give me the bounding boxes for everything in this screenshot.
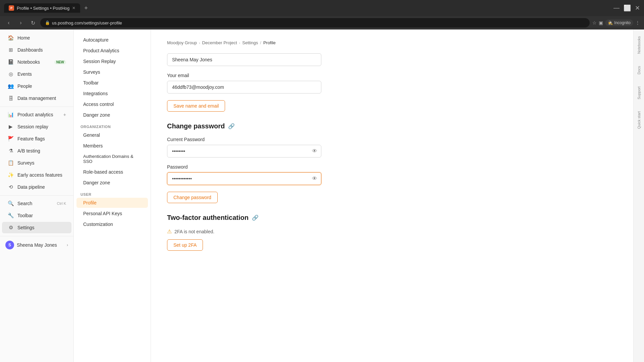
sidebar-label-search: Search xyxy=(17,201,54,206)
sidebar-item-search[interactable]: 🔍 Search Ctrl K xyxy=(2,198,71,209)
sidebar-item-people[interactable]: 👥 People xyxy=(2,80,71,92)
search-shortcut: Ctrl K xyxy=(57,201,66,205)
settings-nav-members[interactable]: Members xyxy=(76,141,148,151)
right-panel-docs[interactable]: Docs xyxy=(637,63,641,77)
setup-2fa-button[interactable]: Set up 2FA xyxy=(167,239,203,251)
sidebar-label-early-access: Early access features xyxy=(17,172,66,178)
address-text: us.posthog.com/settings/user-profile xyxy=(52,20,122,25)
sidebar-label-home: Home xyxy=(17,35,66,41)
right-panel-notebooks[interactable]: Notebooks xyxy=(637,34,641,57)
current-password-input[interactable] xyxy=(167,145,321,158)
address-input[interactable]: 🔒 us.posthog.com/settings/user-profile xyxy=(40,18,590,27)
settings-nav-customization[interactable]: Customization xyxy=(76,219,148,229)
sidebar-item-early-access[interactable]: ✨ Early access features xyxy=(2,169,71,181)
sidebar-item-toolbar[interactable]: 🔧 Toolbar xyxy=(2,210,71,221)
refresh-btn[interactable]: ↻ xyxy=(28,18,38,27)
email-label: Your email xyxy=(167,73,617,78)
right-panel-quickstart[interactable]: Quick start xyxy=(637,109,641,132)
settings-nav-autocapture[interactable]: Autocapture xyxy=(76,35,148,45)
settings-nav-general[interactable]: General xyxy=(76,130,148,140)
tfa-warning-text: 2FA is not enabled. xyxy=(174,229,214,234)
two-factor-link-icon[interactable]: 🔗 xyxy=(252,215,259,221)
sidebar-label-events: Events xyxy=(17,71,66,77)
settings-nav-danger-project[interactable]: Danger zone xyxy=(76,110,148,120)
settings-nav-auth-domains[interactable]: Authentication Domains & SSO xyxy=(76,152,148,166)
right-panel-support[interactable]: Support xyxy=(637,84,641,102)
breadcrumb-profile: Profile xyxy=(263,40,276,45)
settings-icon: ⚙ xyxy=(7,224,14,231)
email-input[interactable] xyxy=(167,81,321,94)
save-name-email-button[interactable]: Save name and email xyxy=(167,100,225,112)
sidebar-item-session-replay[interactable]: ▶ Session replay xyxy=(2,121,71,132)
settings-nav-surveys[interactable]: Surveys xyxy=(76,67,148,77)
sidebar-item-ab-testing[interactable]: ⚗ A/B testing xyxy=(2,145,71,157)
sidebar-label-data-pipeline: Data pipeline xyxy=(17,184,66,190)
user-name: Sheena May Jones xyxy=(17,242,57,248)
menu-icon[interactable]: ⋮ xyxy=(635,20,640,25)
breadcrumb: Moodjoy Group › December Project › Setti… xyxy=(167,40,617,45)
browser-tab[interactable]: P Profile • Settings • PostHog ✕ xyxy=(4,3,80,13)
breadcrumb-moodjoy[interactable]: Moodjoy Group xyxy=(167,40,197,45)
sidebar-item-settings[interactable]: ⚙ Settings xyxy=(2,222,71,233)
minimize-btn[interactable]: — xyxy=(613,4,620,12)
sidebar-item-feature-flags[interactable]: 🚩 Feature flags xyxy=(2,133,71,144)
forward-btn[interactable]: › xyxy=(16,18,25,27)
sidebar-item-surveys[interactable]: 📋 Surveys xyxy=(2,157,71,169)
close-window-btn[interactable]: ✕ xyxy=(635,4,640,12)
save-btn-container: Save name and email xyxy=(167,100,617,112)
new-password-input[interactable] xyxy=(167,172,321,185)
sidebar: 🏠 Home ⊞ Dashboards 📓 Notebooks NEW ◎ Ev… xyxy=(0,29,74,362)
data-management-icon: 🗄 xyxy=(7,95,14,102)
sidebar-item-dashboards[interactable]: ⊞ Dashboards xyxy=(2,44,71,56)
settings-nav-personal-api-keys[interactable]: Personal API Keys xyxy=(76,208,148,219)
sidebar-item-product-analytics[interactable]: 📊 Product analytics + xyxy=(2,109,71,120)
sidebar-user[interactable]: S Sheena May Jones › xyxy=(0,238,73,252)
sidebar-label-surveys: Surveys xyxy=(17,160,66,166)
early-access-icon: ✨ xyxy=(7,172,14,178)
tab-close-btn[interactable]: ✕ xyxy=(72,6,75,10)
new-password-eye-icon[interactable]: 👁 xyxy=(312,176,317,182)
settings-nav: Autocapture Product Analytics Session Re… xyxy=(74,29,151,362)
app-body: 🏠 Home ⊞ Dashboards 📓 Notebooks NEW ◎ Ev… xyxy=(0,29,644,362)
breadcrumb-december[interactable]: December Project xyxy=(202,40,237,45)
sidebar-label-people: People xyxy=(17,83,66,89)
current-password-eye-icon[interactable]: 👁 xyxy=(312,148,317,154)
sidebar-label-product-analytics: Product analytics xyxy=(17,112,60,117)
search-icon: 🔍 xyxy=(7,200,14,207)
change-password-button[interactable]: Change password xyxy=(167,192,218,203)
breadcrumb-settings[interactable]: Settings xyxy=(242,40,258,45)
settings-nav-product-analytics[interactable]: Product Analytics xyxy=(76,46,148,56)
settings-nav-integrations[interactable]: Integrations xyxy=(76,88,148,99)
current-password-label: Current Password xyxy=(167,137,617,142)
settings-nav-access-control[interactable]: Access control xyxy=(76,99,148,109)
address-bar-row: ‹ › ↻ 🔒 us.posthog.com/settings/user-pro… xyxy=(0,16,644,29)
maximize-btn[interactable]: ⬜ xyxy=(624,4,631,12)
notebooks-icon: 📓 xyxy=(7,59,14,65)
settings-org-label: Organization xyxy=(74,121,151,130)
sidebar-item-data-pipeline[interactable]: ⟲ Data pipeline xyxy=(2,181,71,193)
settings-nav-danger-org[interactable]: Danger zone xyxy=(76,178,148,188)
settings-nav-toolbar[interactable]: Toolbar xyxy=(76,78,148,88)
new-tab-btn[interactable]: + xyxy=(84,5,88,12)
settings-nav-role-based-access[interactable]: Role-based access xyxy=(76,167,148,177)
settings-nav-session-replay[interactable]: Session Replay xyxy=(76,56,148,66)
settings-nav-profile[interactable]: Profile xyxy=(76,198,148,208)
name-input[interactable] xyxy=(167,53,321,66)
sidebar-item-home[interactable]: 🏠 Home xyxy=(2,32,71,44)
sidebar-toggle-icon[interactable]: ▣ xyxy=(599,20,603,25)
browser-actions: ☆ ▣ 🕵 Incognito ⋮ xyxy=(592,19,640,26)
sidebar-item-notebooks[interactable]: 📓 Notebooks NEW xyxy=(2,56,71,68)
tfa-warning-icon: ⚠ xyxy=(167,228,172,235)
email-form-group: Your email xyxy=(167,73,617,94)
back-btn[interactable]: ‹ xyxy=(4,18,13,27)
sidebar-item-events[interactable]: ◎ Events xyxy=(2,68,71,80)
sidebar-divider-1 xyxy=(0,107,73,107)
sidebar-divider-3 xyxy=(0,236,73,236)
bookmark-icon[interactable]: ☆ xyxy=(592,20,597,25)
change-password-btn-container: Change password xyxy=(167,192,617,203)
people-icon: 👥 xyxy=(7,83,14,89)
sidebar-item-data-management[interactable]: 🗄 Data management xyxy=(2,93,71,104)
sidebar-plus-icon[interactable]: + xyxy=(63,112,66,117)
events-icon: ◎ xyxy=(7,71,14,77)
change-password-link-icon[interactable]: 🔗 xyxy=(228,123,235,129)
